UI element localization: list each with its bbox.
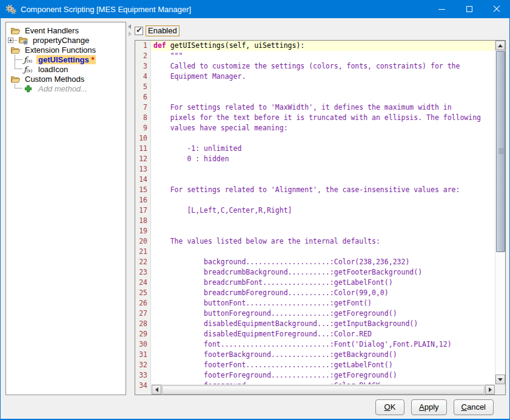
code-line: buttonForeground..............:getForegr… (152, 308, 495, 319)
collapse-left-icon[interactable] (128, 24, 131, 29)
scroll-left-button[interactable] (152, 385, 161, 395)
component-scripting-dialog: Component Scripting [MES Equipment Manag… (0, 0, 510, 420)
code-line (152, 82, 495, 92)
fx-icon: ƒ(x) (24, 55, 34, 64)
line-number: 26 (135, 298, 150, 308)
close-button[interactable] (483, 0, 510, 18)
enabled-row: ✔ Enabled (135, 25, 180, 37)
vertical-scrollbar-thumb[interactable] (496, 51, 505, 252)
code-line: [L,Left,C,Center,R,Right] (152, 205, 495, 216)
line-number: 7 (135, 102, 150, 113)
line-number: 3 (135, 61, 150, 72)
tree-item-label[interactable]: Event Handlers (23, 26, 81, 35)
tree-item-extension-functions[interactable]: Extension Functions (6, 45, 126, 55)
code-line: footerForeground..............:getForegr… (152, 370, 495, 381)
code-line: The values listed below are the internal… (152, 236, 495, 247)
code-line: breadcrumbBackground..........:getFooter… (152, 267, 495, 278)
code-line: pixels for the text before it is truncat… (152, 113, 495, 123)
code-line: """ (152, 51, 495, 61)
line-number-gutter: 1234567891011121314151617181920212223242… (135, 41, 151, 395)
check-icon: ✔ (136, 25, 143, 35)
window-controls (428, 0, 510, 18)
line-number: 33 (135, 370, 150, 381)
line-number: 13 (135, 164, 150, 175)
tree-item-label[interactable]: loadIcon (36, 65, 70, 74)
code-line: footerBackground..............:getBackgr… (152, 350, 495, 360)
line-number: 29 (135, 329, 150, 339)
close-icon (493, 5, 500, 13)
tree-item-label[interactable]: Custom Methods (23, 75, 86, 84)
arrow-down-icon (498, 378, 503, 381)
arrow-left-icon (155, 387, 158, 392)
minimize-button[interactable] (428, 0, 455, 18)
tree-item-label[interactable]: propertyChange (31, 36, 91, 45)
code-line (152, 164, 495, 175)
expand-right-icon[interactable] (129, 32, 132, 36)
horizontal-scrollbar-thumb[interactable] (162, 385, 485, 395)
code-line: disabledEquipmentForeground...:Color.RED (152, 329, 495, 339)
line-number: 18 (135, 216, 150, 226)
line-number: 11 (135, 144, 150, 154)
code-line: 0 : hidden (152, 154, 495, 164)
tree-item-label[interactable]: getUISettings * (36, 55, 96, 64)
maximize-icon (466, 6, 472, 12)
line-number: 5 (135, 82, 150, 92)
thumb-grip-icon (498, 148, 504, 154)
scroll-up-button[interactable] (495, 41, 505, 50)
line-number: 2 (135, 51, 150, 61)
code-line: def getUISettings(self, uiSettings): (152, 41, 495, 51)
code-view[interactable]: def getUISettings(self, uiSettings): """… (152, 41, 495, 384)
plus-icon (24, 84, 34, 93)
tree-item-label[interactable]: Extension Functions (23, 45, 98, 55)
scroll-down-button[interactable] (495, 375, 505, 384)
expand-icon[interactable] (8, 38, 13, 43)
code-line (152, 226, 495, 236)
line-number: 22 (135, 257, 150, 267)
code-line: buttonFont....................:getFont() (152, 298, 495, 308)
line-number: 12 (135, 154, 150, 164)
arrow-up-icon (498, 44, 503, 47)
line-number: 24 (135, 278, 150, 288)
line-number: 21 (135, 247, 150, 257)
enabled-checkbox[interactable]: ✔ (135, 27, 143, 35)
line-number: 4 (135, 72, 150, 82)
line-number: 17 (135, 205, 150, 216)
folder-open-icon (10, 45, 21, 55)
scroll-right-button[interactable] (485, 385, 495, 395)
line-number: 25 (135, 288, 150, 298)
unsaved-marker: * (89, 55, 95, 64)
line-number: 32 (135, 360, 150, 370)
ok-button[interactable]: OK (375, 399, 404, 415)
tree-item-event-handlers[interactable]: Event Handlers (6, 25, 126, 35)
gears-icon (5, 4, 16, 15)
code-editor[interactable]: 1234567891011121314151617181920212223242… (135, 40, 506, 395)
line-number: 6 (135, 92, 150, 102)
horizontal-scrollbar[interactable] (152, 384, 495, 395)
code-line: values have special meaning: (152, 123, 495, 133)
folder-open-icon (10, 26, 21, 35)
maximize-button[interactable] (455, 0, 483, 18)
tree-item-add-method[interactable]: Add method... (6, 84, 126, 93)
tree-item-custom-methods[interactable]: Custom Methods (6, 74, 126, 84)
window-title: Component Scripting [MES Equipment Manag… (21, 5, 191, 14)
code-line: footerFont....................:getLabelF… (152, 360, 495, 370)
tree-item-label[interactable]: Add method... (36, 84, 89, 93)
tree-item-load-icon[interactable]: ƒ(x)loadIcon (6, 64, 126, 74)
vertical-scrollbar[interactable] (495, 41, 505, 384)
enabled-label[interactable]: Enabled (146, 25, 180, 36)
tree-item-get-ui-settings[interactable]: ƒ(x)getUISettings * (6, 55, 126, 64)
cancel-button[interactable]: Cancel (454, 399, 494, 415)
line-number: 15 (135, 185, 150, 195)
code-line: For settings related to 'Alignment', the… (152, 185, 495, 195)
line-number: 19 (135, 226, 150, 236)
splitter-handle[interactable] (127, 23, 135, 41)
tree-connector-line (15, 55, 22, 64)
code-line: Equipment Manager. (152, 72, 495, 82)
apply-button[interactable]: Apply (411, 399, 447, 415)
tree-item-property-change[interactable]: propertyChange (6, 35, 126, 45)
tree-connector-line (13, 40, 18, 41)
fx-icon: ƒ(x) (24, 65, 34, 74)
tree-connector-line (15, 84, 22, 88)
code-line (152, 247, 495, 257)
line-number: 27 (135, 308, 150, 319)
